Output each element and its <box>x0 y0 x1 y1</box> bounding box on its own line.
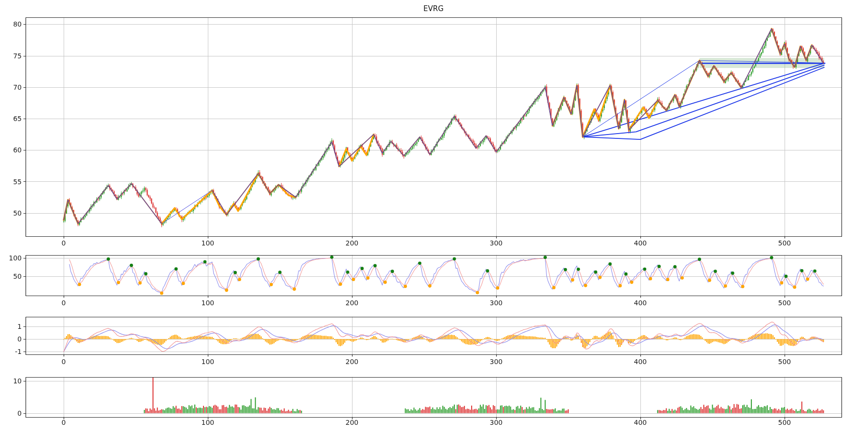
x-tick-label: 300 <box>482 358 511 366</box>
x-tick-label: 100 <box>193 299 222 307</box>
y-tick-label: 1 <box>0 323 22 331</box>
x-tick-label: 500 <box>770 299 799 307</box>
stock-chart-figure: EVRG 01002003004005000100200300400500010… <box>0 0 868 434</box>
chart-canvas <box>0 0 868 434</box>
x-tick-label: 100 <box>193 239 222 247</box>
y-tick-label: 50 <box>0 272 22 281</box>
x-tick-label: 400 <box>626 239 655 247</box>
x-tick-label: 500 <box>770 419 799 427</box>
y-tick-label: 10 <box>0 377 22 385</box>
y-tick-label: 60 <box>0 146 22 154</box>
x-tick-label: 100 <box>193 358 222 366</box>
x-tick-label: 200 <box>338 358 366 366</box>
y-tick-label: 0 <box>0 335 22 343</box>
y-tick-label: 0 <box>0 409 22 418</box>
x-tick-label: 400 <box>626 419 655 427</box>
x-tick-label: 500 <box>770 239 799 247</box>
y-tick-label: 75 <box>0 52 22 60</box>
y-tick-label: 100 <box>0 254 22 262</box>
x-tick-label: 200 <box>338 299 366 307</box>
x-tick-label: 200 <box>338 419 366 427</box>
y-tick-label: 70 <box>0 83 22 92</box>
x-tick-label: 0 <box>49 299 78 307</box>
y-tick-label: 55 <box>0 178 22 186</box>
x-tick-label: 400 <box>626 358 655 366</box>
x-tick-label: 0 <box>49 419 78 427</box>
x-tick-label: 300 <box>482 299 511 307</box>
x-tick-label: 300 <box>482 239 511 247</box>
x-tick-label: 400 <box>626 299 655 307</box>
x-tick-label: 500 <box>770 358 799 366</box>
chart-title: EVRG <box>26 4 841 13</box>
y-tick-label: 80 <box>0 20 22 28</box>
x-tick-label: 100 <box>193 419 222 427</box>
x-tick-label: 200 <box>338 239 366 247</box>
y-tick-label: -1 <box>0 348 22 356</box>
y-tick-label: 50 <box>0 209 22 217</box>
y-tick-label: 65 <box>0 115 22 123</box>
x-tick-label: 300 <box>482 419 511 427</box>
x-tick-label: 0 <box>49 239 78 247</box>
x-tick-label: 0 <box>49 358 78 366</box>
